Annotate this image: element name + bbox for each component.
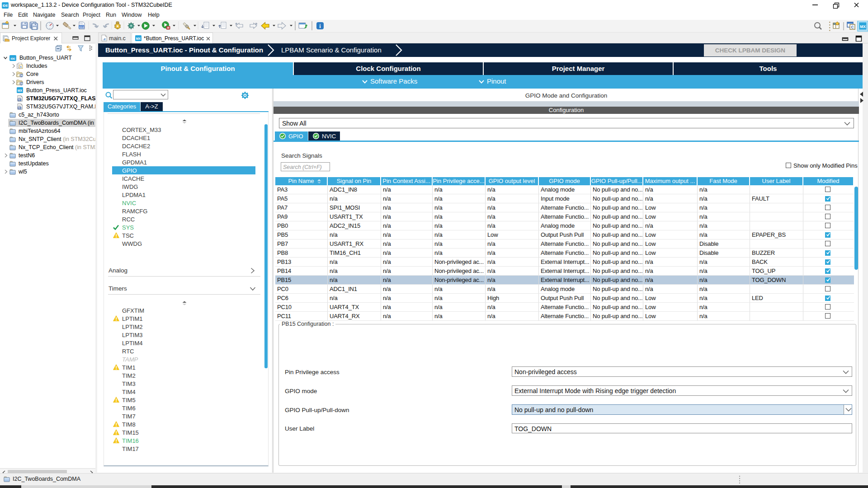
- svg-text:MX: MX: [860, 24, 866, 29]
- svg-text:IDE: IDE: [3, 4, 8, 7]
- svg-text:C: C: [851, 25, 854, 29]
- svg-text:.c: .c: [103, 37, 106, 41]
- svg-text:010: 010: [79, 26, 84, 29]
